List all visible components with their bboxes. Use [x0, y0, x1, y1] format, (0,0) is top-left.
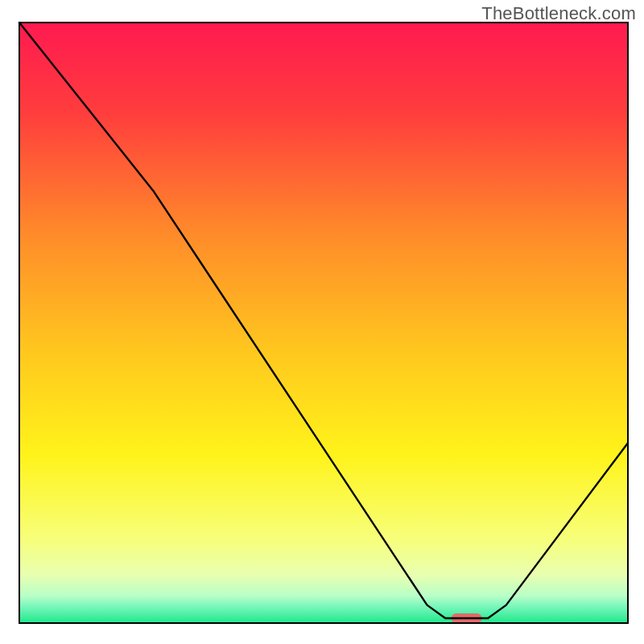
bottleneck-chart	[0, 0, 644, 644]
chart-background	[19, 23, 628, 623]
chart-container: TheBottleneck.com	[0, 0, 644, 644]
